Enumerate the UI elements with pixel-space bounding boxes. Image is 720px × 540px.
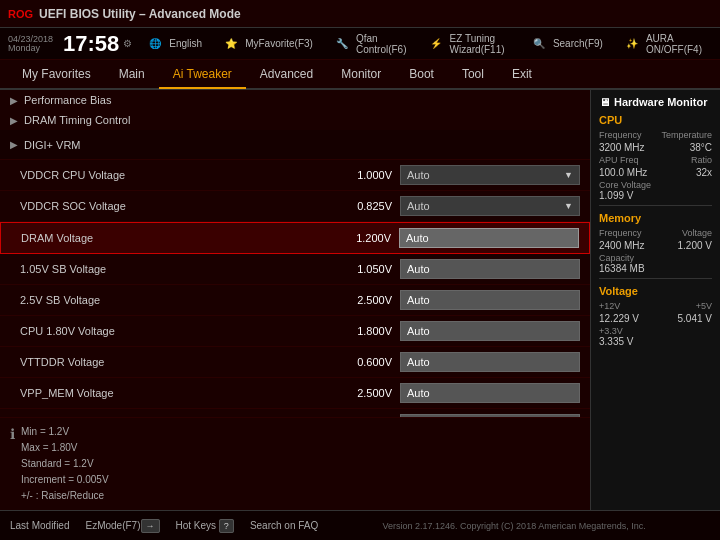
last-modified-action[interactable]: Last Modified	[10, 520, 69, 531]
sb105-value: 1.050V	[322, 263, 392, 275]
nav-boot[interactable]: Boot	[395, 61, 448, 87]
hw-mem-freq-row: Frequency Voltage	[599, 228, 712, 238]
monitor-icon: 🖥	[599, 96, 610, 108]
digi-vrm-section[interactable]: ▶ DIGI+ VRM	[0, 130, 590, 160]
nav-monitor[interactable]: Monitor	[327, 61, 395, 87]
sb25-row: 2.5V SB Voltage 2.500V Auto	[0, 285, 590, 316]
vddcr-cpu-label: VDDCR CPU Voltage	[20, 169, 322, 181]
dram-voltage-input[interactable]: Auto	[399, 228, 579, 248]
vppmem-input[interactable]: Auto	[400, 383, 580, 403]
hw-v5-value: 5.041 V	[678, 313, 712, 324]
vppmem-value: 2.500V	[322, 387, 392, 399]
app-title: UEFI BIOS Utility – Advanced Mode	[39, 7, 712, 21]
sb105-row: 1.05V SB Voltage 1.050V Auto	[0, 254, 590, 285]
cpu18-value: 1.800V	[322, 325, 392, 337]
hw-v33-value: 3.335 V	[599, 336, 712, 347]
hotkeys-action[interactable]: Hot Keys ?	[176, 520, 234, 531]
version-text: Version 2.17.1246. Copyright (C) 2018 Am…	[318, 521, 710, 531]
hw-mem-volt-label: Voltage	[682, 228, 712, 238]
hw-v12-value: 12.229 V	[599, 313, 639, 324]
hw-mem-freq-value: 2400 MHz	[599, 240, 645, 251]
vddcr-cpu-row: VDDCR CPU Voltage 1.000V Auto ▼	[0, 160, 590, 191]
cpu18-row: CPU 1.80V Voltage 1.800V Auto	[0, 316, 590, 347]
vppmem-row: VPP_MEM Voltage 2.500V Auto	[0, 378, 590, 409]
vttddr-label: VTTDDR Voltage	[20, 356, 322, 368]
vppmem-label: VPP_MEM Voltage	[20, 387, 322, 399]
ezmode-key: →	[141, 519, 160, 533]
cpu18-label: CPU 1.80V Voltage	[20, 325, 322, 337]
bottom-bar: Last Modified EzMode(F7)→ Hot Keys ? Sea…	[0, 510, 720, 540]
nav-ai-tweaker[interactable]: Ai Tweaker	[159, 61, 246, 89]
performance-bias-section[interactable]: ▶ Performance Bias	[0, 90, 590, 110]
eztuning-tool[interactable]: ⚡ EZ Tuning Wizard(F11)	[425, 27, 520, 61]
vttddr-row: VTTDDR Voltage 0.600V Auto	[0, 347, 590, 378]
hotkeys-badge: ?	[219, 519, 234, 533]
vttddr-input[interactable]: Auto	[400, 352, 580, 372]
hw-v5-label: +5V	[696, 301, 712, 311]
info-text: Min = 1.2V Max = 1.80V Standard = 1.2V I…	[21, 424, 109, 504]
myfavorite-tool[interactable]: ⭐ MyFavorite(F3)	[220, 27, 323, 61]
top-tools: 🌐 English ⭐ MyFavorite(F3) 🔧 Qfan Contro…	[144, 27, 712, 61]
cpu18-input[interactable]: Auto	[400, 321, 580, 341]
day-display: Monday	[8, 44, 53, 53]
hw-voltage-title: Voltage	[599, 285, 712, 297]
ezmode-action[interactable]: EzMode(F7)→	[85, 520, 159, 531]
hw-cpu-freq-val-row: 3200 MHz 38°C	[599, 142, 712, 153]
expand-arrow-dram: ▶	[10, 115, 18, 126]
hw-apu-val-row: 100.0 MHz 32x	[599, 167, 712, 178]
search-tool[interactable]: 🔍 Search(F9)	[528, 27, 613, 61]
header-bar: ROG UEFI BIOS Utility – Advanced Mode	[0, 0, 720, 28]
hw-v12-row: +12V +5V	[599, 301, 712, 311]
main-panel: ▶ Performance Bias ▶ DRAM Timing Control…	[0, 90, 590, 510]
time-bar: 04/23/2018 Monday 17:58 ⚙ 🌐 English ⭐ My…	[0, 28, 720, 60]
hw-cap-label: Capacity	[599, 253, 712, 263]
hw-monitor-title: 🖥 Hardware Monitor	[599, 96, 712, 108]
dram-voltage-value: 1.200V	[321, 232, 391, 244]
hw-ratio-label: Ratio	[691, 155, 712, 165]
sb105-input[interactable]: Auto	[400, 259, 580, 279]
hw-cap-value: 16384 MB	[599, 263, 712, 274]
chevron-down-icon: ▼	[564, 170, 573, 180]
hw-memory-title: Memory	[599, 212, 712, 224]
dram-timing-section[interactable]: ▶ DRAM Timing Control	[0, 110, 590, 130]
content-area: ▶ Performance Bias ▶ DRAM Timing Control…	[0, 90, 720, 510]
vddcr-soc-value: 0.825V	[322, 200, 392, 212]
search-faq-action[interactable]: Search on FAQ	[250, 520, 318, 531]
nav-my-favorites[interactable]: My Favorites	[8, 61, 105, 87]
info-box: ℹ Min = 1.2V Max = 1.80V Standard = 1.2V…	[0, 417, 590, 510]
digi-vrm-label: DIGI+ VRM	[24, 139, 81, 151]
dram-timing-label: DRAM Timing Control	[24, 114, 130, 126]
hw-mem-volt-value: 1.200 V	[678, 240, 712, 251]
hw-ratio-value: 32x	[696, 167, 712, 178]
sb25-label: 2.5V SB Voltage	[20, 294, 322, 306]
settings-icon: ⚙	[123, 38, 132, 49]
hw-monitor-panel: 🖥 Hardware Monitor CPU Frequency Tempera…	[590, 90, 720, 510]
vddcr-soc-row: VDDCR SOC Voltage 0.825V Auto ▼	[0, 191, 590, 222]
vddcr-cpu-value: 1.000V	[322, 169, 392, 181]
vttddr-value: 0.600V	[322, 356, 392, 368]
hw-core-volt-value: 1.099 V	[599, 190, 712, 201]
performance-bias-label: Performance Bias	[24, 94, 111, 106]
language-tool[interactable]: 🌐 English	[144, 27, 212, 61]
hw-cpu-title: CPU	[599, 114, 712, 126]
hw-core-volt-label: Core Voltage	[599, 180, 712, 190]
nav-tool[interactable]: Tool	[448, 61, 498, 87]
vddcr-soc-label: VDDCR SOC Voltage	[20, 200, 322, 212]
sb25-input[interactable]: Auto	[400, 290, 580, 310]
qfan-tool[interactable]: 🔧 Qfan Control(F6)	[331, 27, 417, 61]
aura-tool[interactable]: ✨ AURA ON/OFF(F4)	[621, 27, 712, 61]
expand-arrow-digi: ▶	[10, 139, 18, 150]
main-nav: My Favorites Main Ai Tweaker Advanced Mo…	[0, 60, 720, 90]
hw-cpu-freq-label: Frequency	[599, 130, 642, 140]
bottom-actions: Last Modified EzMode(F7)→ Hot Keys ? Sea…	[10, 520, 318, 531]
nav-advanced[interactable]: Advanced	[246, 61, 327, 87]
nav-exit[interactable]: Exit	[498, 61, 546, 87]
hw-mem-freq-label: Frequency	[599, 228, 642, 238]
dram-voltage-row: DRAM Voltage 1.200V Auto	[0, 222, 590, 254]
sb25-value: 2.500V	[322, 294, 392, 306]
vddcr-soc-dropdown[interactable]: Auto ▼	[400, 196, 580, 216]
vddcr-cpu-dropdown[interactable]: Auto ▼	[400, 165, 580, 185]
hw-apu-freq-value: 100.0 MHz	[599, 167, 647, 178]
info-icon: ℹ	[10, 426, 15, 442]
nav-main[interactable]: Main	[105, 61, 159, 87]
